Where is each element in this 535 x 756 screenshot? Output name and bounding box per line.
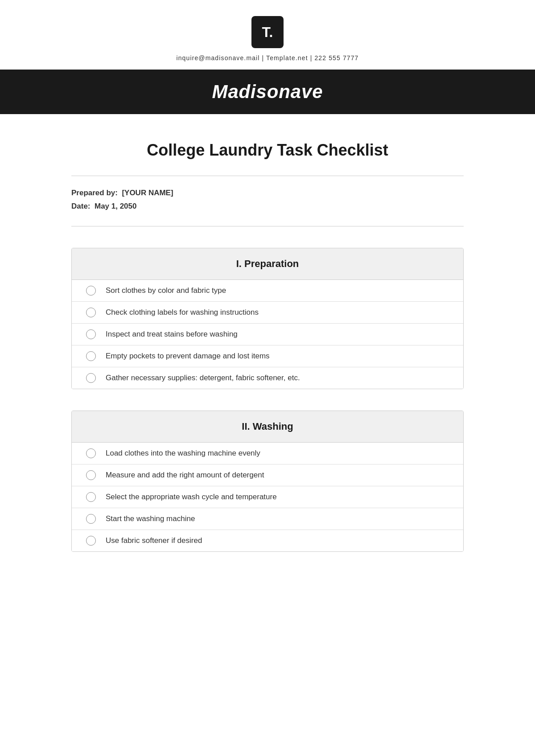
section-title-preparation: I. Preparation (72, 258, 463, 270)
section-title-washing: II. Washing (72, 421, 463, 432)
checkbox-preparation-2[interactable] (86, 329, 96, 339)
page: T. inquire@madisonave.mail | Template.ne… (0, 0, 535, 600)
checkbox-preparation-0[interactable] (86, 286, 96, 296)
list-item: Empty pockets to prevent damage and lost… (72, 345, 463, 367)
document-title: College Laundry Task Checklist (147, 141, 388, 160)
checkbox-washing-3[interactable] (86, 514, 96, 524)
logo-letter: T. (262, 24, 273, 41)
checkbox-washing-0[interactable] (86, 448, 96, 458)
checkbox-preparation-3[interactable] (86, 351, 96, 361)
date-row: Date: May 1, 2050 (71, 202, 464, 211)
checklist-container: I. PreparationSort clothes by color and … (71, 248, 464, 573)
list-item: Use fabric softener if desired (72, 530, 463, 551)
brand-bar: Madisonave (0, 71, 535, 112)
item-text: Start the washing machine (106, 514, 195, 523)
checkbox-preparation-4[interactable] (86, 373, 96, 383)
list-item: Check clothing labels for washing instru… (72, 302, 463, 324)
item-text: Measure and add the right amount of dete… (106, 471, 264, 480)
date-label: Date: (71, 202, 91, 210)
checkbox-preparation-1[interactable] (86, 308, 96, 317)
list-item: Select the appropriate wash cycle and te… (72, 486, 463, 508)
checkbox-washing-4[interactable] (86, 536, 96, 546)
list-item: Sort clothes by color and fabric type (72, 280, 463, 302)
contact-info: inquire@madisonave.mail | Template.net |… (176, 54, 358, 62)
divider-line-2 (71, 226, 464, 226)
main-content: College Laundry Task Checklist Prepared … (71, 114, 464, 600)
section-washing: II. WashingLoad clothes into the washing… (71, 411, 464, 552)
item-text: Gather necessary supplies: detergent, fa… (106, 374, 300, 382)
section-preparation: I. PreparationSort clothes by color and … (71, 248, 464, 389)
section-header-washing: II. Washing (72, 411, 463, 443)
prepared-by-row: Prepared by: [YOUR NAME] (71, 189, 464, 197)
list-item: Gather necessary supplies: detergent, fa… (72, 367, 463, 389)
list-item: Start the washing machine (72, 508, 463, 530)
logo-box: T. (251, 16, 284, 48)
date-value: May 1, 2050 (95, 202, 137, 210)
checkbox-washing-1[interactable] (86, 470, 96, 480)
item-text: Load clothes into the washing machine ev… (106, 449, 260, 458)
list-item: Measure and add the right amount of dete… (72, 464, 463, 486)
item-text: Empty pockets to prevent damage and lost… (106, 352, 270, 361)
list-item: Load clothes into the washing machine ev… (72, 443, 463, 464)
item-text: Inspect and treat stains before washing (106, 330, 238, 339)
section-header-preparation: I. Preparation (72, 248, 463, 280)
header: T. inquire@madisonave.mail | Template.ne… (0, 0, 535, 114)
item-text: Sort clothes by color and fabric type (106, 286, 226, 295)
checkbox-washing-2[interactable] (86, 492, 96, 502)
divider-line-1 (71, 176, 464, 176)
list-item: Inspect and treat stains before washing (72, 324, 463, 345)
brand-name: Madisonave (212, 81, 323, 102)
item-text: Check clothing labels for washing instru… (106, 308, 259, 317)
prepared-by-label: Prepared by: (71, 189, 118, 197)
prepared-by-value: [YOUR NAME] (122, 189, 173, 197)
item-text: Use fabric softener if desired (106, 536, 202, 545)
meta-section: Prepared by: [YOUR NAME] Date: May 1, 20… (71, 189, 464, 226)
item-text: Select the appropriate wash cycle and te… (106, 493, 277, 501)
